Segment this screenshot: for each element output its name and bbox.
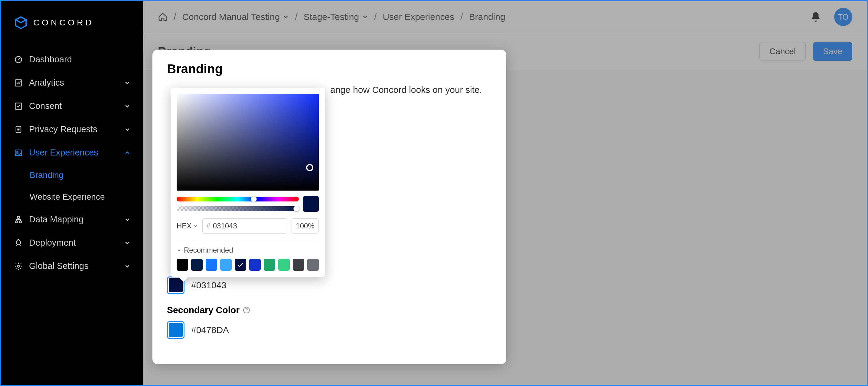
primary-color-swatch-inner	[169, 278, 183, 292]
chevron-down-icon	[124, 103, 131, 110]
hex-input[interactable]: # 031043	[202, 218, 287, 234]
hash-prefix: #	[206, 222, 210, 230]
sidebar-item-global-settings[interactable]: Global Settings	[1, 255, 143, 278]
sidebar-item-deployment[interactable]: Deployment	[1, 231, 143, 255]
sidebar-sub-user-experiences: Branding Website Experience	[1, 164, 143, 208]
color-picker-popover: HEX # 031043 100% Recommended	[170, 88, 325, 277]
svg-rect-4	[16, 150, 22, 155]
svg-rect-2	[16, 103, 22, 109]
breadcrumb-label: User Experiences	[382, 12, 454, 22]
rocket-icon	[14, 238, 23, 247]
nav: Dashboard Analytics Consent	[1, 48, 143, 278]
sidebar-sub-item-branding[interactable]: Branding	[30, 164, 143, 186]
secondary-color-row: #0478DA	[167, 321, 492, 339]
bell-icon[interactable]	[810, 11, 822, 23]
recommended-swatch[interactable]	[177, 259, 188, 271]
secondary-color-hex: #0478DA	[191, 325, 229, 335]
brand-name: CONCORD	[33, 18, 94, 28]
recommended-swatch[interactable]	[307, 259, 319, 271]
sidebar-item-user-experiences[interactable]: User Experiences	[1, 141, 143, 164]
chevron-down-icon	[193, 224, 198, 228]
svg-rect-6	[18, 216, 20, 218]
topbar: / Concord Manual Testing / Stage-Testing…	[143, 1, 867, 33]
alpha-slider[interactable]	[177, 206, 299, 211]
sidebar-item-label: Privacy Requests	[29, 124, 97, 134]
secondary-color-swatch[interactable]	[167, 321, 185, 339]
cancel-button[interactable]: Cancel	[760, 42, 806, 61]
breadcrumb-item[interactable]: Concord Manual Testing	[182, 12, 289, 22]
recommended-swatches	[177, 259, 319, 271]
help-icon[interactable]	[243, 306, 250, 314]
sidebar-item-label: Global Settings	[29, 261, 89, 271]
sidebar-item-dashboard[interactable]: Dashboard	[1, 48, 143, 71]
sidebar-item-consent[interactable]: Consent	[1, 94, 143, 118]
svg-point-9	[18, 265, 20, 267]
breadcrumb-item: Branding	[469, 12, 505, 22]
chevron-up-icon	[124, 149, 131, 156]
gauge-icon	[14, 55, 23, 64]
chevron-down-icon	[124, 80, 131, 86]
breadcrumb-item[interactable]: Stage-Testing	[304, 12, 368, 22]
chevron-down-icon	[124, 126, 131, 133]
svg-rect-7	[16, 221, 18, 222]
saturation-cursor[interactable]	[306, 164, 313, 171]
sidebar-item-privacy-requests[interactable]: Privacy Requests	[1, 118, 143, 141]
breadcrumb-item[interactable]: User Experiences	[382, 12, 454, 22]
color-preview	[303, 196, 319, 212]
sidebar-item-label: Analytics	[29, 78, 64, 88]
save-button[interactable]: Save	[813, 42, 852, 61]
svg-point-5	[17, 151, 18, 153]
avatar[interactable]: TO	[834, 8, 852, 26]
document-icon	[14, 125, 23, 134]
image-icon	[14, 148, 23, 157]
chevron-down-icon	[177, 248, 182, 253]
saturation-panel[interactable]	[177, 94, 319, 190]
sidebar-item-label: Deployment	[29, 238, 76, 248]
recommended-swatch[interactable]	[293, 259, 304, 271]
sitemap-icon	[14, 215, 23, 224]
recommended-toggle[interactable]: Recommended	[177, 246, 319, 255]
sidebar-item-data-mapping[interactable]: Data Mapping	[1, 208, 143, 231]
svg-rect-8	[20, 221, 22, 222]
alpha-thumb[interactable]	[293, 206, 300, 212]
sidebar-item-label: Consent	[29, 101, 62, 111]
sidebar-item-label: Website Experience	[30, 192, 105, 202]
recommended-swatch[interactable]	[235, 259, 246, 271]
chart-icon	[14, 78, 23, 87]
sidebar-item-label: Data Mapping	[29, 214, 84, 225]
recommended-swatch[interactable]	[264, 259, 275, 271]
recommended-swatch[interactable]	[220, 259, 232, 271]
hex-value: 031043	[213, 222, 237, 230]
chevron-down-icon	[124, 216, 131, 223]
recommended-swatch[interactable]	[206, 259, 217, 271]
format-select[interactable]: HEX	[177, 222, 198, 230]
sidebar-item-label: Dashboard	[29, 55, 72, 64]
hue-slider[interactable]	[177, 197, 299, 202]
gear-icon	[14, 262, 23, 271]
modal-title: Branding	[167, 62, 492, 76]
chevron-down-icon	[362, 14, 368, 20]
breadcrumb-label: Concord Manual Testing	[182, 12, 280, 22]
alpha-input[interactable]: 100%	[291, 218, 319, 234]
secondary-color-swatch-inner	[169, 323, 183, 337]
recommended-swatch[interactable]	[278, 259, 290, 271]
avatar-initials: TO	[838, 12, 849, 22]
check-box-icon	[14, 102, 23, 111]
primary-color-hex: #031043	[191, 280, 226, 290]
recommended-swatch[interactable]	[249, 259, 261, 271]
main: / Concord Manual Testing / Stage-Testing…	[143, 1, 867, 385]
sidebar-sub-item-website-experience[interactable]: Website Experience	[30, 186, 143, 208]
chevron-down-icon	[124, 263, 131, 270]
brand: CONCORD	[1, 10, 143, 48]
chevron-down-icon	[283, 14, 289, 20]
sidebar-item-analytics[interactable]: Analytics	[1, 71, 143, 94]
sidebar-item-label: User Experiences	[29, 148, 98, 158]
home-icon[interactable]	[158, 12, 167, 22]
sidebar: CONCORD Dashboard Analytics Cons	[1, 1, 143, 385]
breadcrumb-label: Stage-Testing	[304, 12, 359, 22]
brand-logo-icon	[14, 16, 28, 30]
sidebar-item-label: Branding	[30, 170, 63, 180]
hue-thumb[interactable]	[251, 196, 257, 202]
recommended-swatch[interactable]	[191, 259, 203, 271]
secondary-color-label: Secondary Color	[167, 305, 492, 315]
